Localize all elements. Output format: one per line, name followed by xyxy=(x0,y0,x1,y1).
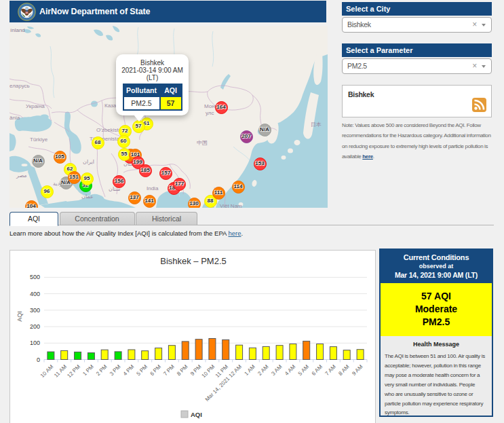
svg-text:1 PM: 1 PM xyxy=(81,363,95,377)
svg-text:O'zbekisto: O'zbekisto xyxy=(96,127,122,133)
svg-text:1 AM: 1 AM xyxy=(244,363,256,376)
svg-text:9 AM: 9 AM xyxy=(351,363,364,376)
svg-text:6 AM: 6 AM xyxy=(311,363,324,376)
svg-text:100: 100 xyxy=(30,339,40,346)
svg-text:еларусь: еларусь xyxy=(9,83,30,89)
svg-text:ايران: ايران xyxy=(83,159,94,165)
svg-text:6 PM: 6 PM xyxy=(149,363,162,377)
svg-text:AQI: AQI xyxy=(191,411,202,418)
svg-text:ínland: ínland xyxy=(10,27,25,33)
svg-text:7 AM: 7 AM xyxy=(324,363,337,376)
svg-text:5 AM: 5 AM xyxy=(297,363,310,376)
svg-text:10 PM: 10 PM xyxy=(201,363,216,379)
svg-text:4 PM: 4 PM xyxy=(122,363,136,377)
svg-text:ânia: ânia xyxy=(9,115,20,121)
svg-text:中国: 中国 xyxy=(197,140,208,146)
svg-text:11 AM: 11 AM xyxy=(53,363,68,378)
svg-text:Türkiye: Türkiye xyxy=(30,136,48,143)
svg-text:500: 500 xyxy=(30,274,40,280)
svg-text:200: 200 xyxy=(30,323,40,330)
svg-text:10 AM: 10 AM xyxy=(39,363,55,379)
svg-text:AQI: AQI xyxy=(16,311,23,322)
svg-text:8 PM: 8 PM xyxy=(176,363,189,377)
svg-text:Việt Nam: Việt Nam xyxy=(220,203,242,208)
svg-text:8 AM: 8 AM xyxy=(337,363,350,376)
svg-text:0: 0 xyxy=(37,356,40,363)
svg-text:مصر: مصر xyxy=(16,172,27,179)
svg-text:2 AM: 2 AM xyxy=(256,363,269,376)
svg-text:Bishkek – PM2.5: Bishkek – PM2.5 xyxy=(160,256,227,266)
svg-text:улс: улс xyxy=(206,110,214,116)
svg-text:400: 400 xyxy=(30,291,40,297)
svg-text:12 PM: 12 PM xyxy=(66,363,81,379)
svg-text:2 PM: 2 PM xyxy=(95,363,109,377)
svg-text:5 PM: 5 PM xyxy=(136,363,149,377)
svg-text:Украіна: Украіна xyxy=(26,103,45,109)
svg-text:7 PM: 7 PM xyxy=(162,363,176,377)
svg-text:日本: 日本 xyxy=(311,122,322,128)
svg-text:300: 300 xyxy=(30,307,40,314)
svg-text:3 AM: 3 AM xyxy=(270,363,283,376)
svg-text:4 AM: 4 AM xyxy=(284,363,296,376)
svg-text:India: India xyxy=(147,185,159,191)
svg-text:3 PM: 3 PM xyxy=(109,363,122,377)
svg-text:عمان: عمان xyxy=(81,194,94,200)
